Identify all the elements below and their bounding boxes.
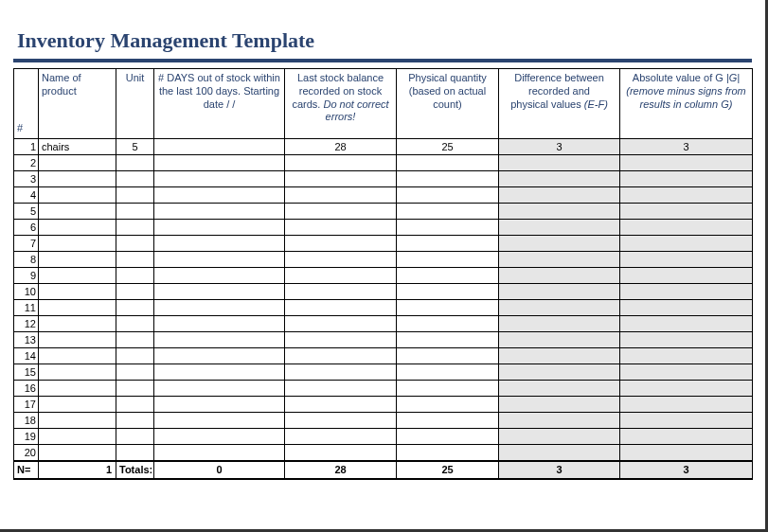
cell-phys[interactable]: 25 <box>397 139 499 155</box>
cell-unit[interactable] <box>116 220 154 236</box>
cell-name[interactable] <box>39 268 116 284</box>
cell-bal[interactable] <box>285 364 397 381</box>
cell-phys[interactable] <box>397 236 499 252</box>
cell-phys[interactable] <box>397 268 499 284</box>
cell-name[interactable] <box>39 171 116 187</box>
cell-days[interactable] <box>154 364 285 381</box>
cell-days[interactable] <box>154 445 285 461</box>
cell-name[interactable] <box>39 187 116 204</box>
cell-bal[interactable] <box>285 236 397 252</box>
cell-name[interactable] <box>39 284 116 300</box>
cell-phys[interactable] <box>397 187 499 204</box>
cell-bal[interactable] <box>285 397 397 413</box>
cell-name[interactable] <box>39 397 116 413</box>
cell-name[interactable] <box>39 316 116 332</box>
cell-unit[interactable] <box>116 364 154 381</box>
cell-name[interactable]: chairs <box>39 139 116 155</box>
cell-bal[interactable] <box>285 204 397 220</box>
cell-days[interactable] <box>154 348 285 364</box>
cell-bal[interactable] <box>285 413 397 429</box>
cell-days[interactable] <box>154 429 285 445</box>
cell-unit[interactable] <box>116 268 154 284</box>
cell-unit[interactable] <box>116 381 154 397</box>
cell-bal[interactable] <box>285 332 397 348</box>
cell-bal[interactable] <box>285 155 397 171</box>
cell-unit[interactable] <box>116 284 154 300</box>
cell-name[interactable] <box>39 236 116 252</box>
cell-phys[interactable] <box>397 413 499 429</box>
cell-days[interactable] <box>154 187 285 204</box>
cell-bal[interactable] <box>285 252 397 268</box>
cell-unit[interactable] <box>116 155 154 171</box>
cell-unit[interactable] <box>116 445 154 461</box>
cell-bal[interactable] <box>285 348 397 364</box>
cell-days[interactable] <box>154 268 285 284</box>
cell-name[interactable] <box>39 364 116 381</box>
cell-bal[interactable] <box>285 381 397 397</box>
cell-name[interactable] <box>39 332 116 348</box>
cell-phys[interactable] <box>397 171 499 187</box>
cell-unit[interactable] <box>116 397 154 413</box>
cell-bal[interactable] <box>285 445 397 461</box>
cell-name[interactable] <box>39 381 116 397</box>
cell-unit[interactable] <box>116 204 154 220</box>
cell-days[interactable] <box>154 284 285 300</box>
cell-days[interactable] <box>154 139 285 155</box>
cell-bal[interactable] <box>285 429 397 445</box>
cell-unit[interactable] <box>116 236 154 252</box>
cell-name[interactable] <box>39 429 116 445</box>
cell-phys[interactable] <box>397 220 499 236</box>
cell-phys[interactable] <box>397 397 499 413</box>
cell-name[interactable] <box>39 204 116 220</box>
cell-days[interactable] <box>154 332 285 348</box>
cell-days[interactable] <box>154 316 285 332</box>
cell-name[interactable] <box>39 300 116 316</box>
cell-bal[interactable] <box>285 268 397 284</box>
cell-phys[interactable] <box>397 316 499 332</box>
cell-days[interactable] <box>154 155 285 171</box>
cell-phys[interactable] <box>397 348 499 364</box>
cell-phys[interactable] <box>397 381 499 397</box>
cell-phys[interactable] <box>397 445 499 461</box>
cell-bal[interactable] <box>285 316 397 332</box>
cell-phys[interactable] <box>397 300 499 316</box>
cell-unit[interactable] <box>116 300 154 316</box>
cell-unit[interactable] <box>116 316 154 332</box>
cell-phys[interactable] <box>397 429 499 445</box>
cell-name[interactable] <box>39 413 116 429</box>
cell-days[interactable] <box>154 381 285 397</box>
cell-unit[interactable] <box>116 348 154 364</box>
cell-name[interactable] <box>39 445 116 461</box>
cell-unit[interactable] <box>116 187 154 204</box>
cell-days[interactable] <box>154 413 285 429</box>
cell-unit[interactable] <box>116 429 154 445</box>
cell-days[interactable] <box>154 397 285 413</box>
cell-name[interactable] <box>39 155 116 171</box>
cell-unit[interactable] <box>116 332 154 348</box>
cell-bal[interactable]: 28 <box>285 139 397 155</box>
cell-days[interactable] <box>154 204 285 220</box>
cell-unit[interactable]: 5 <box>116 139 154 155</box>
cell-phys[interactable] <box>397 332 499 348</box>
cell-bal[interactable] <box>285 220 397 236</box>
cell-bal[interactable] <box>285 171 397 187</box>
cell-name[interactable] <box>39 348 116 364</box>
cell-bal[interactable] <box>285 300 397 316</box>
cell-unit[interactable] <box>116 171 154 187</box>
cell-phys[interactable] <box>397 364 499 381</box>
cell-unit[interactable] <box>116 413 154 429</box>
cell-name[interactable] <box>39 252 116 268</box>
cell-phys[interactable] <box>397 155 499 171</box>
cell-name[interactable] <box>39 220 116 236</box>
cell-days[interactable] <box>154 252 285 268</box>
cell-bal[interactable] <box>285 284 397 300</box>
cell-days[interactable] <box>154 220 285 236</box>
cell-unit[interactable] <box>116 252 154 268</box>
cell-phys[interactable] <box>397 204 499 220</box>
cell-days[interactable] <box>154 171 285 187</box>
cell-days[interactable] <box>154 236 285 252</box>
cell-phys[interactable] <box>397 252 499 268</box>
cell-days[interactable] <box>154 300 285 316</box>
cell-bal[interactable] <box>285 187 397 204</box>
cell-phys[interactable] <box>397 284 499 300</box>
